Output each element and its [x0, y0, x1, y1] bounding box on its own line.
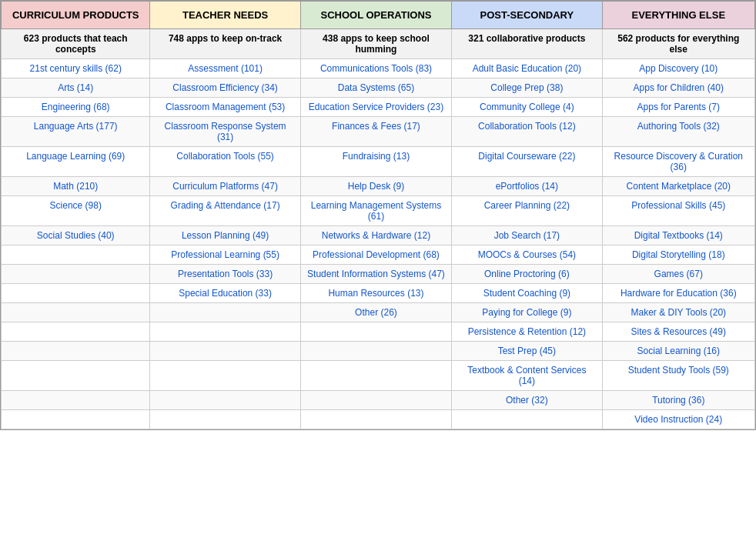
- table-cell[interactable]: Textbook & Content Services (14): [452, 361, 602, 391]
- table-cell[interactable]: ePortfolios (14): [452, 177, 602, 196]
- table-cell[interactable]: Special Education (33): [150, 284, 300, 303]
- header-everything[interactable]: EVERYTHING ELSE: [602, 2, 754, 29]
- table-cell: [2, 391, 150, 410]
- table-cell[interactable]: Student Information Systems (47): [300, 265, 451, 284]
- header-school[interactable]: SCHOOL OPERATIONS: [300, 2, 451, 29]
- table-cell[interactable]: 21st century skills (62): [2, 59, 150, 78]
- table-cell[interactable]: Other (26): [300, 303, 451, 322]
- table-cell[interactable]: Persistence & Retention (12): [452, 322, 602, 342]
- summary-curriculum: 623 products that teach concepts: [2, 29, 150, 59]
- table-row: Arts (14)Classroom Efficiency (34)Data S…: [2, 78, 755, 98]
- table-cell[interactable]: Finances & Fees (17): [300, 117, 451, 147]
- table-cell: [300, 361, 451, 391]
- table-cell[interactable]: Tutoring (36): [602, 391, 754, 410]
- table-cell[interactable]: Classroom Response System (31): [150, 117, 300, 147]
- table-cell[interactable]: Collaboration Tools (12): [452, 117, 602, 147]
- table-cell: [150, 410, 300, 429]
- table-cell[interactable]: Professional Learning (55): [150, 245, 300, 265]
- table-cell[interactable]: Student Coaching (9): [452, 284, 602, 303]
- table-cell[interactable]: Test Prep (45): [452, 342, 602, 361]
- table-cell[interactable]: Professional Development (68): [300, 245, 451, 265]
- table-cell[interactable]: Human Resources (13): [300, 284, 451, 303]
- table-cell[interactable]: College Prep (38): [452, 78, 602, 98]
- table-cell[interactable]: Classroom Management (53): [150, 98, 300, 117]
- table-cell[interactable]: Digital Textbooks (14): [602, 226, 754, 245]
- table-cell[interactable]: Maker & DIY Tools (20): [602, 303, 754, 322]
- table-cell[interactable]: Digital Courseware (22): [452, 147, 602, 177]
- table-cell[interactable]: Job Search (17): [452, 226, 602, 245]
- table-cell[interactable]: Help Desk (9): [300, 177, 451, 196]
- table-cell[interactable]: Career Planning (22): [452, 196, 602, 226]
- table-row: Other (32)Tutoring (36): [2, 391, 755, 410]
- table-cell[interactable]: Assessment (101): [150, 59, 300, 78]
- main-table-container: CURRICULUM PRODUCTS TEACHER NEEDS SCHOOL…: [0, 0, 756, 430]
- summary-row: 623 products that teach concepts 748 app…: [2, 29, 755, 59]
- table-cell[interactable]: Education Service Providers (23): [300, 98, 451, 117]
- table-cell[interactable]: Presentation Tools (33): [150, 265, 300, 284]
- table-cell[interactable]: Games (67): [602, 265, 754, 284]
- table-cell: [2, 245, 150, 265]
- table-row: Presentation Tools (33)Student Informati…: [2, 265, 755, 284]
- table-cell[interactable]: Apps for Children (40): [602, 78, 754, 98]
- table-cell[interactable]: Language Arts (177): [2, 117, 150, 147]
- table-row: Social Studies (40)Lesson Planning (49)N…: [2, 226, 755, 245]
- table-cell[interactable]: Digital Storytelling (18): [602, 245, 754, 265]
- table-row: Textbook & Content Services (14)Student …: [2, 361, 755, 391]
- table-cell[interactable]: Paying for College (9): [452, 303, 602, 322]
- table-row: Test Prep (45)Social Learning (16): [2, 342, 755, 361]
- table-cell[interactable]: Social Learning (16): [602, 342, 754, 361]
- table-cell[interactable]: Lesson Planning (49): [150, 226, 300, 245]
- header-row: CURRICULUM PRODUCTS TEACHER NEEDS SCHOOL…: [2, 2, 755, 29]
- table-row: Other (26)Paying for College (9)Maker & …: [2, 303, 755, 322]
- table-cell[interactable]: Communications Tools (83): [300, 59, 451, 78]
- table-cell[interactable]: Social Studies (40): [2, 226, 150, 245]
- table-cell[interactable]: Community College (4): [452, 98, 602, 117]
- table-cell[interactable]: Hardware for Education (36): [602, 284, 754, 303]
- table-cell[interactable]: MOOCs & Courses (54): [452, 245, 602, 265]
- table-cell: [452, 410, 602, 429]
- header-teacher[interactable]: TEACHER NEEDS: [150, 2, 300, 29]
- table-cell[interactable]: Video Instruction (24): [602, 410, 754, 429]
- table-cell[interactable]: Other (32): [452, 391, 602, 410]
- table-cell[interactable]: Learning Management Systems (61): [300, 196, 451, 226]
- table-cell[interactable]: Data Systems (65): [300, 78, 451, 98]
- table-row: Language Arts (177)Classroom Response Sy…: [2, 117, 755, 147]
- table-cell[interactable]: Curriculum Platforms (47): [150, 177, 300, 196]
- table-cell[interactable]: Grading & Attendance (17): [150, 196, 300, 226]
- table-cell[interactable]: Math (210): [2, 177, 150, 196]
- table-cell: [150, 361, 300, 391]
- table-cell[interactable]: Science (98): [2, 196, 150, 226]
- table-cell[interactable]: Language Learning (69): [2, 147, 150, 177]
- table-body: 21st century skills (62)Assessment (101)…: [2, 59, 755, 429]
- table-cell[interactable]: Fundraising (13): [300, 147, 451, 177]
- table-cell: [2, 322, 150, 342]
- table-cell[interactable]: Resource Discovery & Curation (36): [602, 147, 754, 177]
- table-cell[interactable]: Sites & Resources (49): [602, 322, 754, 342]
- header-curriculum[interactable]: CURRICULUM PRODUCTS: [2, 2, 150, 29]
- table-cell[interactable]: Arts (14): [2, 78, 150, 98]
- summary-postsecondary: 321 collaborative products: [452, 29, 602, 59]
- table-cell: [2, 342, 150, 361]
- table-cell: [2, 284, 150, 303]
- table-cell[interactable]: Professional Skills (45): [602, 196, 754, 226]
- table-cell[interactable]: Networks & Hardware (12): [300, 226, 451, 245]
- table-cell[interactable]: App Discovery (10): [602, 59, 754, 78]
- header-postsecondary[interactable]: POST-SECONDARY: [452, 2, 602, 29]
- table-cell[interactable]: Apps for Parents (7): [602, 98, 754, 117]
- table-row: Special Education (33)Human Resources (1…: [2, 284, 755, 303]
- table-cell[interactable]: Classroom Efficiency (34): [150, 78, 300, 98]
- table-cell[interactable]: Collaboration Tools (55): [150, 147, 300, 177]
- table-cell: [300, 322, 451, 342]
- table-cell: [150, 391, 300, 410]
- table-cell: [2, 303, 150, 322]
- table-cell: [2, 265, 150, 284]
- table-cell[interactable]: Online Proctoring (6): [452, 265, 602, 284]
- summary-school: 438 apps to keep school humming: [300, 29, 451, 59]
- table-row: Language Learning (69)Collaboration Tool…: [2, 147, 755, 177]
- table-cell: [150, 342, 300, 361]
- table-cell[interactable]: Engineering (68): [2, 98, 150, 117]
- table-cell[interactable]: Content Marketplace (20): [602, 177, 754, 196]
- table-cell[interactable]: Student Study Tools (59): [602, 361, 754, 391]
- table-cell[interactable]: Adult Basic Education (20): [452, 59, 602, 78]
- table-cell[interactable]: Authoring Tools (32): [602, 117, 754, 147]
